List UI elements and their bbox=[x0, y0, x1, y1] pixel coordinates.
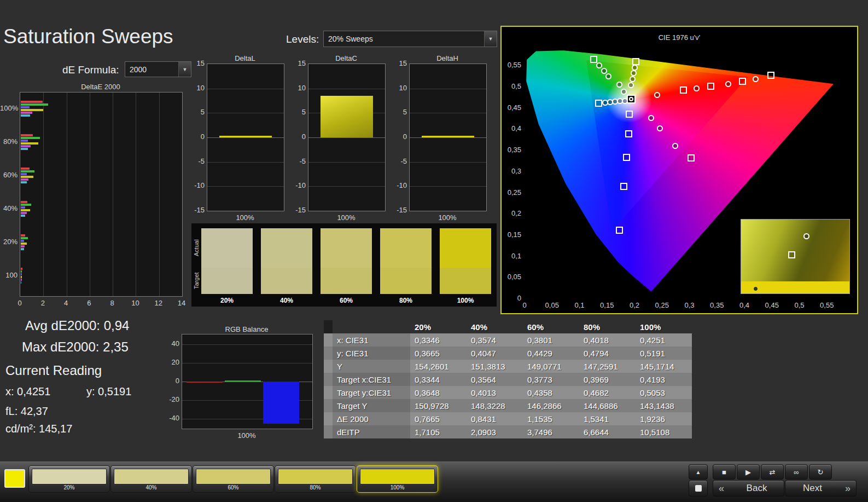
swatch-pair bbox=[321, 228, 372, 294]
measurement-marker bbox=[596, 62, 602, 68]
axis-tick-label: 100 bbox=[0, 271, 18, 279]
back-button[interactable]: « Back bbox=[713, 480, 784, 497]
table-row: Target x:CIE310,33440,35640,37730,39690,… bbox=[324, 373, 692, 386]
axis-tick-label: 20% bbox=[0, 238, 18, 246]
bar bbox=[219, 136, 272, 137]
rgb-balance-title: RGB Balance bbox=[182, 325, 312, 333]
refresh-button[interactable]: ↻ bbox=[809, 464, 832, 480]
color-comparison-panel: Actual Target 20%40%60%80%100% bbox=[191, 223, 497, 307]
axis-tick-label: 6 bbox=[83, 299, 96, 307]
axis-tick-label: 0,4 bbox=[503, 124, 521, 132]
gridline bbox=[410, 186, 486, 187]
deltah-chart bbox=[409, 64, 487, 211]
bar bbox=[422, 136, 474, 137]
table-cell: 0,3801 bbox=[523, 333, 579, 347]
bar bbox=[21, 204, 31, 206]
target-marker bbox=[688, 154, 695, 161]
gridline bbox=[113, 93, 113, 296]
row-indicator-cell bbox=[324, 360, 333, 373]
axis-tick-label: 0 bbox=[290, 132, 306, 141]
actual-swatch bbox=[201, 228, 253, 268]
actual-swatch bbox=[321, 228, 372, 268]
pattern-swatch bbox=[114, 469, 189, 484]
table-cell: 0,4358 bbox=[523, 386, 579, 399]
axis-tick-label: 20 bbox=[163, 358, 179, 366]
bar bbox=[21, 176, 33, 178]
axis-tick-label: 0,45 bbox=[761, 301, 783, 309]
target-marker bbox=[595, 100, 602, 107]
step-button[interactable]: ⇄ bbox=[761, 464, 784, 480]
axis-tick-label: 0,25 bbox=[651, 301, 673, 309]
pattern-button-20%[interactable]: 20% bbox=[28, 465, 110, 493]
bar bbox=[21, 281, 21, 284]
table-cell: 0,4794 bbox=[579, 347, 636, 360]
refresh-icon: ↻ bbox=[818, 468, 824, 476]
axis-tick-label: 0 bbox=[392, 132, 407, 141]
pattern-button-40%[interactable]: 40% bbox=[110, 465, 192, 493]
up-arrow-icon: ▲ bbox=[696, 469, 701, 475]
bar bbox=[21, 245, 25, 247]
row-indicator-cell bbox=[324, 399, 333, 412]
table-row: x: CIE310,33460,35740,38010,40180,4251 bbox=[324, 333, 692, 347]
table-cell: 0,4682 bbox=[579, 386, 636, 399]
loop-button[interactable]: ∞ bbox=[785, 464, 808, 480]
table-cell: 2,0903 bbox=[467, 425, 523, 438]
actual-swatch bbox=[261, 228, 312, 268]
bar bbox=[21, 237, 28, 239]
current-marker bbox=[627, 95, 636, 103]
display-button[interactable] bbox=[689, 480, 708, 497]
target-marker bbox=[590, 56, 597, 63]
column-header: 60% bbox=[523, 320, 579, 333]
pattern-button-100%[interactable]: 100% bbox=[357, 465, 438, 493]
target-marker bbox=[616, 227, 623, 234]
table-cell: 0,5053 bbox=[636, 386, 692, 399]
rgb-x-label: 100% bbox=[182, 431, 312, 440]
target-marker bbox=[620, 183, 627, 190]
levels-dropdown[interactable]: 20% Sweeps ▼ bbox=[323, 31, 497, 47]
table-cell: 10,5108 bbox=[636, 425, 692, 438]
axis-tick-label: 0,3 bbox=[503, 167, 521, 175]
axis-tick-label: -5 bbox=[392, 157, 407, 165]
next-chevron-icon: » bbox=[840, 483, 856, 494]
bar bbox=[21, 206, 25, 209]
bar bbox=[21, 109, 43, 111]
measurement-marker bbox=[616, 82, 622, 88]
pattern-button-80%[interactable]: 80% bbox=[275, 465, 356, 493]
axis-tick-label: 0 bbox=[503, 294, 521, 302]
table-cell: 0,8431 bbox=[467, 412, 523, 425]
swatch-label: 100% bbox=[440, 297, 491, 304]
axis-tick-label: 0 bbox=[13, 299, 26, 307]
stop-button[interactable]: ■ bbox=[713, 464, 736, 480]
back-label: Back bbox=[730, 483, 784, 494]
bar bbox=[21, 148, 28, 150]
pattern-button-60%[interactable]: 60% bbox=[193, 465, 274, 493]
axis-tick-label: 0,05 bbox=[503, 273, 521, 281]
eject-button[interactable]: ▲ bbox=[689, 464, 708, 480]
bar bbox=[21, 106, 30, 108]
table-cell: 0,3665 bbox=[410, 347, 467, 360]
de-formula-dropdown[interactable]: 2000 ▼ bbox=[125, 61, 191, 77]
pattern-swatch bbox=[32, 469, 107, 484]
next-button[interactable]: Next » bbox=[785, 480, 857, 497]
swatch-label: 80% bbox=[380, 297, 432, 304]
target-marker bbox=[739, 78, 746, 85]
pattern-label: 20% bbox=[29, 484, 109, 491]
cie-diagram: CIE 1976 u'v' 00,050,10,150,20,250,30,35… bbox=[500, 26, 858, 314]
axis-tick-label: 0,15 bbox=[596, 301, 618, 309]
bar bbox=[321, 96, 373, 137]
gridline bbox=[159, 93, 160, 296]
actual-swatch bbox=[440, 228, 491, 268]
row-indicator-cell bbox=[324, 333, 333, 347]
table-cell: 0,3564 bbox=[467, 373, 523, 386]
bar bbox=[21, 201, 27, 203]
cie-title: CIE 1976 u'v' bbox=[502, 33, 857, 42]
axis-tick-label: 14 bbox=[175, 299, 188, 307]
play-button[interactable]: ▶ bbox=[737, 464, 760, 480]
gridline bbox=[90, 93, 90, 296]
row-label: Target x:CIE31 bbox=[333, 373, 410, 386]
row-label: y: CIE31 bbox=[333, 347, 410, 360]
target-marker bbox=[625, 130, 632, 137]
green-bar bbox=[225, 380, 261, 382]
axis-tick-label: 0,5 bbox=[503, 82, 521, 90]
bottom-toolbar: 20%40%60%80%100% ▲ ■▶⇄∞↻ « Back Next » bbox=[0, 461, 868, 502]
